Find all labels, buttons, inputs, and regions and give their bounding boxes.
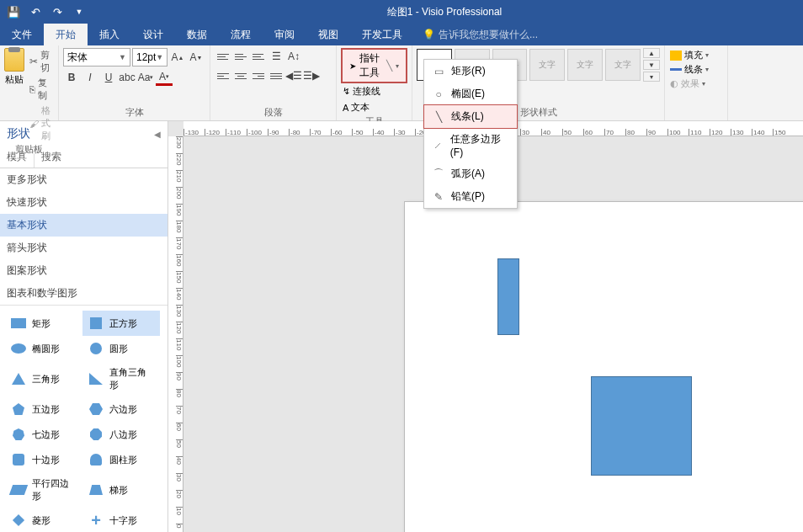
bucket-icon	[670, 51, 682, 61]
tab-process[interactable]: 流程	[219, 24, 263, 45]
shape-ellipse[interactable]: 椭圆形	[5, 336, 82, 361]
tab-file[interactable]: 文件	[0, 24, 44, 45]
collapse-icon[interactable]: ◀	[154, 130, 161, 139]
align-center-button[interactable]	[232, 67, 249, 84]
cat-basic-shapes[interactable]: 基本形状	[0, 214, 168, 237]
tab-review[interactable]: 审阅	[263, 24, 306, 45]
text-tool-button[interactable]: A文本	[341, 99, 407, 115]
fill-group: 填充▾ 线条▾ ◐效果▾	[665, 45, 728, 120]
ellipse-icon: ○	[433, 88, 444, 100]
dropdown-line[interactable]: ╲线条(L)	[423, 104, 518, 129]
case-button[interactable]: Aa▾	[137, 69, 154, 86]
tab-insert[interactable]: 插入	[88, 24, 131, 45]
align-justify-button[interactable]	[268, 67, 285, 84]
line-icon: ╲	[433, 111, 444, 123]
shape-right-triangle[interactable]: 直角三角形	[82, 361, 160, 396]
align-middle-button[interactable]	[232, 48, 249, 65]
dropdown-freeform[interactable]: ⟋任意多边形(F)	[424, 128, 517, 162]
shape-square[interactable]: 正方形	[82, 311, 160, 336]
tell-me-search[interactable]: 💡 告诉我您想要做什么...	[414, 24, 546, 45]
paste-icon	[4, 48, 24, 72]
paste-button[interactable]: 粘贴	[4, 48, 24, 143]
strikethrough-button[interactable]: abc	[119, 69, 136, 86]
tab-view[interactable]: 视图	[306, 24, 350, 45]
font-name-combo[interactable]: 宋体▼	[63, 48, 130, 66]
chevron-down-icon: ▼	[119, 53, 126, 61]
dropdown-arc[interactable]: ⌒弧形(A)	[424, 162, 517, 185]
cut-button[interactable]: ✂剪切	[27, 48, 54, 75]
cat-chart-math[interactable]: 图表和数学图形	[0, 282, 168, 305]
drawing-page[interactable]	[404, 201, 803, 532]
canvas-shape-tall-rect[interactable]	[497, 258, 519, 335]
line-button[interactable]: 线条▾	[669, 62, 723, 77]
shape-rectangle[interactable]: 矩形	[5, 311, 82, 336]
bold-button[interactable]: B	[63, 69, 80, 86]
tab-design[interactable]: 设计	[131, 24, 175, 45]
copy-button[interactable]: ⎘复制	[27, 76, 54, 103]
chevron-down-icon: ▾	[396, 62, 399, 70]
italic-button[interactable]: I	[82, 69, 98, 86]
text-direction-button[interactable]: A↕	[285, 48, 302, 65]
shape-cylinder[interactable]: 圆柱形	[82, 447, 160, 472]
paragraph-label: 段落	[215, 106, 332, 119]
redo-button[interactable]: ↷	[47, 2, 67, 22]
shape-pentagon[interactable]: 五边形	[5, 396, 82, 422]
align-top-button[interactable]	[215, 48, 231, 65]
cat-quick-shapes[interactable]: 快速形状	[0, 191, 168, 214]
qat-customize[interactable]: ▼	[69, 2, 89, 22]
cat-arrow-shapes[interactable]: 箭头形状	[0, 237, 168, 259]
font-size-combo[interactable]: 12pt▼	[132, 48, 168, 66]
cat-pattern-shapes[interactable]: 图案形状	[0, 259, 168, 282]
bullets-button[interactable]: ☰	[268, 48, 285, 65]
gallery-down-button[interactable]: ▼	[643, 60, 660, 70]
align-right-button[interactable]	[250, 67, 267, 84]
tab-home[interactable]: 开始	[44, 24, 88, 45]
brush-icon: 🖌	[29, 119, 39, 129]
tab-developer[interactable]: 开发工具	[350, 24, 414, 45]
dropdown-ellipse[interactable]: ○椭圆(E)	[424, 82, 517, 105]
shape-parallelogram[interactable]: 平行四边形	[5, 472, 82, 508]
font-color-button[interactable]: A▾	[156, 69, 173, 86]
gallery-up-button[interactable]: ▲	[643, 48, 660, 58]
align-left-button[interactable]	[215, 67, 231, 84]
window-title: 绘图1 - Visio Professional	[89, 5, 800, 19]
undo-button[interactable]: ↶	[25, 2, 45, 22]
gallery-more-button[interactable]: ▾	[643, 72, 660, 82]
shape-cross[interactable]: +十字形	[82, 508, 160, 532]
canvas-shape-square[interactable]	[591, 376, 692, 476]
connector-button[interactable]: ↯连接线	[341, 83, 407, 99]
shape-octagon[interactable]: 八边形	[82, 422, 160, 447]
grow-font-button[interactable]: A▲	[169, 49, 186, 66]
dropdown-rectangle[interactable]: ▭矩形(R)	[424, 60, 517, 82]
shape-hexagon[interactable]: 六边形	[82, 396, 160, 422]
tell-me-placeholder: 告诉我您想要做什么...	[439, 28, 538, 42]
pointer-tool-button[interactable]: ➤ 指针工具 ╲ ▾	[341, 48, 407, 83]
underline-button[interactable]: U	[100, 69, 117, 86]
copy-icon: ⎘	[29, 84, 35, 94]
shape-circle[interactable]: 圆形	[82, 336, 160, 361]
style-item[interactable]: 文字	[529, 49, 565, 81]
clipboard-label: 剪贴板	[4, 143, 54, 156]
indent-increase-button[interactable]: ☰▶	[303, 67, 320, 84]
align-bottom-button[interactable]	[250, 48, 267, 65]
shape-diamond[interactable]: 菱形	[5, 508, 82, 532]
shape-decagon[interactable]: 十边形	[5, 447, 82, 472]
fill-button[interactable]: 填充▾	[669, 48, 723, 62]
shape-heptagon[interactable]: 七边形	[5, 422, 82, 447]
shrink-font-button[interactable]: A▼	[188, 49, 205, 66]
shape-trapezoid[interactable]: 梯形	[82, 472, 160, 508]
dropdown-pencil[interactable]: ✎铅笔(P)	[424, 185, 517, 208]
tab-data[interactable]: 数据	[175, 24, 219, 45]
effect-button[interactable]: ◐效果▾	[669, 77, 723, 91]
indent-decrease-button[interactable]: ◀☰	[285, 67, 302, 84]
effect-icon: ◐	[670, 78, 678, 89]
save-button[interactable]: 💾	[3, 2, 24, 22]
rectangle-icon: ▭	[433, 66, 444, 77]
style-item[interactable]: 文字	[567, 49, 603, 81]
format-brush-button[interactable]: 🖌格式刷	[27, 104, 54, 143]
shape-triangle[interactable]: 三角形	[5, 361, 82, 396]
cat-more-shapes[interactable]: 更多形状	[0, 168, 168, 191]
style-item[interactable]: 文字	[605, 49, 641, 81]
connector-icon: ↯	[343, 86, 350, 97]
paragraph-group: ☰ A↕ ◀☰ ☰▶ 段落	[210, 45, 337, 120]
